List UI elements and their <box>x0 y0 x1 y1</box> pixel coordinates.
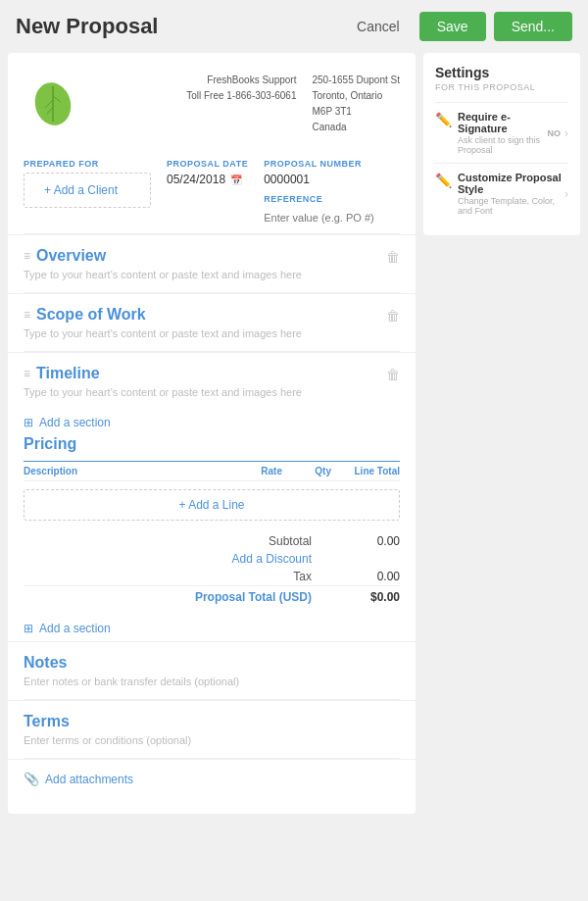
cancel-button[interactable]: Cancel <box>345 13 412 40</box>
col-total-header: Line Total <box>331 466 400 476</box>
tax-label: Tax <box>293 570 312 583</box>
esignature-text: Require e-Signature Ask client to sign t… <box>458 111 548 155</box>
page-title: New Proposal <box>16 14 345 39</box>
section-overview-title: ≡ Overview <box>24 247 400 265</box>
attachments-label: Add attachments <box>45 773 133 786</box>
settings-subtitle: FOR THIS PROPOSAL <box>435 82 568 92</box>
company-address: 250-1655 Dupont St Toronto, Ontario M6P … <box>312 73 400 135</box>
terms-section: Terms Enter terms or conditions (optiona… <box>8 700 416 758</box>
proposal-panel: FreshBooks Support Toll Free 1-866-303-6… <box>8 53 416 814</box>
proposal-date-field: Proposal Date 05/24/2018 📅 <box>167 159 248 186</box>
style-left: ✏️ Customize Proposal Style Change Templ… <box>435 172 564 216</box>
delete-overview-button[interactable]: 🗑 <box>386 249 400 265</box>
esignature-right: NO › <box>548 126 569 140</box>
esignature-badge: NO <box>548 128 562 138</box>
esignature-chevron: › <box>564 126 568 140</box>
add-line-button[interactable]: + Add a Line <box>24 489 400 521</box>
tax-row: Tax 0.00 <box>24 568 400 585</box>
settings-esignature-item[interactable]: ✏️ Require e-Signature Ask client to sig… <box>435 102 568 163</box>
leaf-logo <box>24 73 82 131</box>
company-name: FreshBooks Support <box>186 73 296 88</box>
notes-title: Notes <box>24 654 400 672</box>
attachment-icon: 📎 <box>24 772 39 786</box>
grand-total-row: Proposal Total (USD) $0.00 <box>24 585 400 604</box>
settings-style-item[interactable]: ✏️ Customize Proposal Style Change Templ… <box>435 163 568 224</box>
add-section-label-1: Add a section <box>39 416 111 429</box>
drag-handle-timeline[interactable]: ≡ <box>24 367 30 380</box>
pricing-table-header: Description Rate Qty Line Total <box>24 461 400 481</box>
section-overview: 🗑 ≡ Overview Type to your heart's conten… <box>8 234 416 292</box>
send-button[interactable]: Send... <box>494 12 572 41</box>
grand-total-value: $0.00 <box>351 590 400 604</box>
grand-total-label: Proposal Total (USD) <box>195 590 312 604</box>
col-qty-header: Qty <box>282 466 331 476</box>
top-bar: New Proposal Cancel Save Send... <box>0 0 588 53</box>
esignature-desc: Ask client to sign this Proposal <box>458 135 548 155</box>
prepared-for-label: Prepared For <box>24 159 151 169</box>
reference-label: Reference <box>264 194 399 204</box>
right-panel: Settings FOR THIS PROPOSAL ✏️ Require e-… <box>423 53 580 814</box>
notes-section: Notes Enter notes or bank transfer detai… <box>8 641 416 699</box>
add-client-button[interactable]: + Add a Client <box>24 173 151 208</box>
delete-scope-button[interactable]: 🗑 <box>386 308 400 324</box>
delete-timeline-button[interactable]: 🗑 <box>386 367 400 382</box>
logo-area <box>24 73 186 135</box>
section-overview-placeholder[interactable]: Type to your heart's content or paste te… <box>24 269 400 280</box>
company-phone: Toll Free 1-866-303-6061 <box>186 88 296 104</box>
address-line1: 250-1655 Dupont St <box>312 73 400 88</box>
section-scope-placeholder[interactable]: Type to your heart's content or paste te… <box>24 327 400 339</box>
style-chevron: › <box>564 187 568 201</box>
save-button[interactable]: Save <box>419 12 486 41</box>
main-layout: FreshBooks Support Toll Free 1-866-303-6… <box>0 53 588 822</box>
reference-input[interactable] <box>264 212 399 224</box>
add-section-button-2[interactable]: ⊞ Add a section <box>8 616 416 641</box>
add-section-icon-1: ⊞ <box>24 416 33 429</box>
notes-placeholder[interactable]: Enter notes or bank transfer details (op… <box>24 676 400 687</box>
settings-box: Settings FOR THIS PROPOSAL ✏️ Require e-… <box>423 53 580 235</box>
subtotal-label: Subtotal <box>269 534 312 548</box>
section-timeline-placeholder[interactable]: Type to your heart's content or paste te… <box>24 386 400 398</box>
subtotal-row: Subtotal 0.00 <box>24 532 400 550</box>
pricing-title: Pricing <box>24 435 400 453</box>
add-section-button-1[interactable]: ⊞ Add a section <box>8 410 416 435</box>
prepared-for-field: Prepared For + Add a Client <box>24 159 151 208</box>
meta-row: Prepared For + Add a Client Proposal Dat… <box>8 151 416 233</box>
calendar-icon[interactable]: 📅 <box>230 175 242 185</box>
proposal-header: FreshBooks Support Toll Free 1-866-303-6… <box>8 53 416 151</box>
address-line2: Toronto, Ontario <box>312 88 400 104</box>
section-scope-title: ≡ Scope of Work <box>24 306 400 324</box>
drag-handle-overview[interactable]: ≡ <box>24 249 30 263</box>
col-description-header: Description <box>24 466 214 476</box>
drag-handle-scope[interactable]: ≡ <box>24 308 30 322</box>
add-section-label-2: Add a section <box>39 622 111 635</box>
add-section-icon-2: ⊞ <box>24 622 33 635</box>
terms-title: Terms <box>24 713 400 730</box>
proposal-date-value[interactable]: 05/24/2018 📅 <box>167 173 248 186</box>
proposal-number-field: Proposal Number 0000001 Reference <box>264 159 399 225</box>
add-attachments-button[interactable]: 📎 Add attachments <box>8 759 416 798</box>
style-right: › <box>564 187 568 201</box>
proposal-date-label: Proposal Date <box>167 159 248 169</box>
pricing-section: Pricing Description Rate Qty Line Total … <box>8 435 416 616</box>
company-info: FreshBooks Support Toll Free 1-866-303-6… <box>186 73 296 104</box>
style-icon: ✏️ <box>435 173 452 188</box>
subtotal-value: 0.00 <box>351 534 400 548</box>
section-timeline: 🗑 ≡ Timeline Type to your heart's conten… <box>8 352 416 410</box>
style-desc: Change Template, Color, and Font <box>458 196 564 216</box>
style-text: Customize Proposal Style Change Template… <box>458 172 564 216</box>
section-timeline-title: ≡ Timeline <box>24 365 400 382</box>
proposal-number-value: 0000001 <box>264 173 399 186</box>
discount-row: Add a Discount <box>24 550 400 568</box>
terms-placeholder[interactable]: Enter terms or conditions (optional) <box>24 734 400 746</box>
totals-area: Subtotal 0.00 Add a Discount Tax 0.00 Pr… <box>24 528 400 608</box>
esignature-left: ✏️ Require e-Signature Ask client to sig… <box>435 111 548 155</box>
esignature-icon: ✏️ <box>435 112 452 127</box>
section-scope: 🗑 ≡ Scope of Work Type to your heart's c… <box>8 293 416 351</box>
settings-title: Settings <box>435 65 568 80</box>
proposal-number-label: Proposal Number <box>264 159 399 169</box>
col-rate-header: Rate <box>214 466 282 476</box>
style-label: Customize Proposal Style <box>458 172 564 195</box>
address-line3: M6P 3T1 <box>312 104 400 120</box>
add-discount-button[interactable]: Add a Discount <box>232 552 312 566</box>
esignature-label: Require e-Signature <box>458 111 548 134</box>
